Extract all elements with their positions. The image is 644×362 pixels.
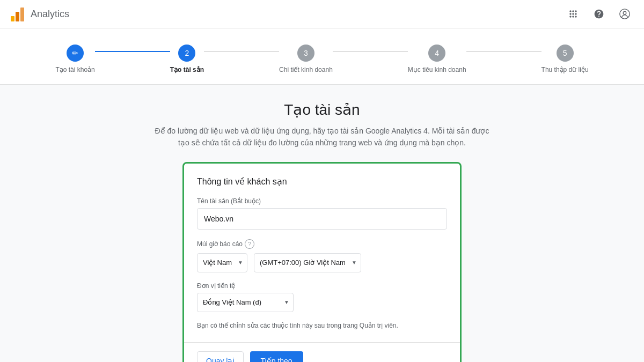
step-2-label: Tạo tài sản (170, 66, 204, 73)
step-3-circle: 3 (297, 45, 314, 62)
app-header: Analytics (0, 0, 644, 28)
step-1: ✏ Tạo tài khoản (55, 45, 94, 73)
step-3-label: Chi tiết kinh doanh (279, 66, 333, 73)
stepper: ✏ Tạo tài khoản 2 Tạo tài sản 3 Chi tiết… (0, 28, 644, 85)
step-3: 3 Chi tiết kinh doanh (279, 45, 333, 73)
next-button[interactable]: Tiếp theo (250, 351, 303, 362)
asset-name-group: Tên tài sản (Bắt buộc) (197, 197, 447, 230)
step-1-label: Tạo tài khoản (55, 66, 94, 73)
currency-select[interactable]: Đồng Việt Nam (đ) (197, 293, 294, 312)
step-4-circle: 4 (428, 45, 445, 62)
asset-name-input[interactable] (197, 208, 447, 230)
card-title: Thông tin về khách sạn (197, 176, 447, 187)
stepper-items: ✏ Tạo tài khoản 2 Tạo tài sản 3 Chi tiết… (55, 45, 588, 73)
connector-1-2 (95, 51, 170, 52)
connector-2-3 (204, 51, 279, 52)
card-body: Thông tin về khách sạn Tên tài sản (Bắt … (184, 164, 460, 343)
asset-form-card: Thông tin về khách sạn Tên tài sản (Bắt … (182, 162, 462, 362)
step-2-circle: 2 (178, 45, 195, 62)
back-button[interactable]: Quay lại (197, 351, 244, 362)
timezone-select[interactable]: (GMT+07:00) Giờ Việt Nam (254, 253, 361, 272)
connector-3-4 (333, 51, 408, 52)
step-5-number: 5 (563, 49, 567, 57)
logo-bar3 (20, 8, 24, 21)
timezone-label-row: Múi giờ báo cáo ? (197, 239, 447, 249)
logo-bar2 (16, 12, 19, 21)
step-2-number: 2 (185, 49, 189, 57)
timezone-help-icon[interactable]: ? (245, 239, 254, 249)
analytics-logo (11, 6, 24, 21)
country-select-wrapper: Việt Nam ▼ (197, 253, 247, 272)
account-icon[interactable] (616, 5, 633, 23)
timezone-label: Múi giờ báo cáo (197, 240, 243, 248)
admin-note: Bạn có thể chỉnh sửa các thuộc tính này … (197, 322, 447, 329)
currency-group: Đơn vị tiền tệ Đồng Việt Nam (đ) ▼ (197, 282, 447, 312)
timezone-select-wrapper: (GMT+07:00) Giờ Việt Nam ▼ (254, 253, 361, 272)
svg-point-1 (623, 11, 626, 14)
logo-bar1 (11, 16, 14, 21)
main-content: Tạo tài sản Để đo lường dữ liệu web và d… (0, 85, 644, 362)
page-title: Tạo tài sản (284, 101, 360, 119)
step-3-number: 3 (304, 49, 308, 57)
timezone-selects: Việt Nam ▼ (GMT+07:00) Giờ Việt Nam ▼ (197, 253, 447, 272)
header-right (565, 5, 633, 23)
card-footer: Quay lại Tiếp theo (184, 343, 460, 362)
app-title: Analytics (31, 9, 69, 20)
timezone-group: Múi giờ báo cáo ? Việt Nam ▼ (GMT+07:00)… (197, 239, 447, 272)
currency-label: Đơn vị tiền tệ (197, 282, 447, 290)
step-1-circle: ✏ (67, 45, 84, 62)
asset-name-label: Tên tài sản (Bắt buộc) (197, 197, 447, 205)
step-5-circle: 5 (557, 45, 574, 62)
svg-point-0 (620, 9, 630, 19)
currency-select-wrapper: Đồng Việt Nam (đ) ▼ (197, 293, 294, 312)
apps-icon[interactable] (565, 5, 582, 23)
country-select[interactable]: Việt Nam (197, 253, 247, 272)
step-5: 5 Thu thập dữ liệu (541, 45, 589, 73)
page-description: Để đo lường dữ liệu web và dữ liệu ứng d… (150, 125, 494, 149)
connector-4-5 (466, 51, 541, 52)
step-4: 4 Mục tiêu kinh doanh (408, 45, 466, 73)
step-4-label: Mục tiêu kinh doanh (408, 66, 466, 73)
step-5-label: Thu thập dữ liệu (541, 66, 589, 73)
header-left: Analytics (11, 6, 69, 21)
step-4-number: 4 (435, 49, 439, 57)
pencil-icon: ✏ (72, 49, 78, 57)
step-2: 2 Tạo tài sản (170, 45, 204, 73)
help-icon[interactable] (590, 5, 608, 23)
